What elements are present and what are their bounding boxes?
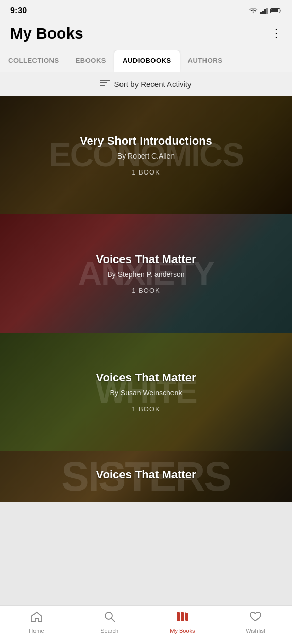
battery-icon [270,8,282,14]
book-card-content: Voices That Matter By Stephen P. anderso… [86,242,207,305]
search-icon [104,611,115,625]
wishlist-icon [249,611,262,625]
book-card-content: Very Short Introductions By Robert C.All… [70,124,222,186]
svg-rect-2 [264,9,266,14]
book-card[interactable]: sisters Voices That Matter [0,451,292,502]
sort-label: Sort by Recent Activity [114,80,191,89]
status-icons [249,7,282,14]
home-icon [30,611,43,625]
sort-icon [100,79,110,89]
svg-rect-11 [177,612,180,621]
book-author: By Stephen P. anderson [96,270,196,279]
svg-rect-5 [271,9,278,12]
book-count: 1 BOOK [96,287,196,294]
nav-search-label: Search [100,628,118,634]
tab-ebooks[interactable]: EBOOKS [67,50,114,72]
books-list: ECONOMICS Very Short Introductions By Ro… [0,96,292,502]
book-author: By Robert C.Allen [80,152,212,160]
nav-search[interactable]: Search [92,611,128,634]
tabs-bar: COLLECTIONS EBOOKS AUDIOBOOKS AUTHORS [0,50,292,72]
book-title: Voices That Matter [96,371,196,385]
svg-rect-0 [260,12,262,14]
content-area: Sort by Recent Activity ECONOMICS Very S… [0,72,292,544]
signal-icon [260,7,268,14]
book-count: 1 BOOK [80,168,212,176]
book-title: Voices That Matter [96,468,196,481]
tab-collections[interactable]: COLLECTIONS [0,50,67,72]
status-bar: 9:30 [0,0,292,20]
nav-wishlist[interactable]: Wishlist [237,611,273,634]
book-title: Voices That Matter [96,253,196,266]
tab-authors[interactable]: AUTHORS [180,50,231,72]
svg-rect-12 [181,612,184,621]
nav-mybooks[interactable]: My Books [164,611,200,634]
book-card-content: Voices That Matter [86,458,207,496]
page-title: My Books [10,25,83,42]
book-title: Very Short Introductions [80,134,212,148]
book-card[interactable]: ECONOMICS Very Short Introductions By Ro… [0,96,292,214]
book-card-content: Voices That Matter By Susan Weinschenk 1… [86,361,207,423]
svg-line-10 [111,619,115,622]
book-count: 1 BOOK [96,405,196,413]
nav-home[interactable]: Home [19,611,55,634]
book-card[interactable]: WHITE Voices That Matter By Susan Weinsc… [0,333,292,451]
nav-wishlist-label: Wishlist [246,628,265,634]
svg-rect-3 [266,8,268,14]
header: My Books ⋮ [0,20,292,50]
wifi-icon [249,7,258,14]
book-card[interactable]: ANXIETY Voices That Matter By Stephen P.… [0,214,292,333]
svg-rect-1 [262,11,264,14]
mybooks-icon [176,611,189,625]
nav-home-label: Home [29,628,44,634]
sort-bar[interactable]: Sort by Recent Activity [0,72,292,96]
book-author: By Susan Weinschenk [96,389,196,397]
status-time: 9:30 [10,6,27,15]
bottom-nav: Home Search My Books Wishlist [0,605,292,644]
more-options-icon[interactable]: ⋮ [270,27,282,40]
tab-audiobooks[interactable]: AUDIOBOOKS [114,50,180,72]
nav-mybooks-label: My Books [170,628,195,634]
